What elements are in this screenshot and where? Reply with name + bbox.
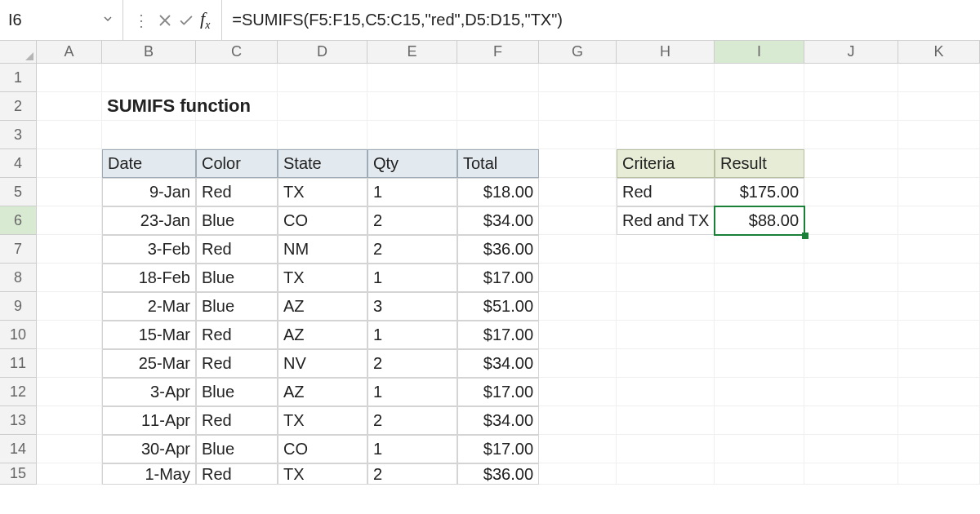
cell[interactable] xyxy=(539,264,617,292)
cell-state[interactable]: AZ xyxy=(278,378,368,406)
cell[interactable] xyxy=(898,378,980,406)
cell[interactable] xyxy=(368,92,457,121)
col-header-c[interactable]: C xyxy=(196,41,278,64)
cell[interactable] xyxy=(37,378,102,406)
cell[interactable] xyxy=(715,435,804,463)
cell-color[interactable]: Blue xyxy=(196,292,278,321)
cell[interactable] xyxy=(539,349,617,378)
cell-date[interactable]: 18-Feb xyxy=(102,264,196,292)
cell[interactable] xyxy=(539,292,617,321)
row-header[interactable]: 15 xyxy=(0,463,37,485)
cell[interactable] xyxy=(804,349,898,378)
cell[interactable] xyxy=(37,321,102,349)
col-header-g[interactable]: G xyxy=(539,41,617,64)
cell[interactable] xyxy=(457,121,539,149)
cell-date[interactable]: 30-Apr xyxy=(102,435,196,463)
cell-state[interactable]: TX xyxy=(278,406,368,435)
cell[interactable] xyxy=(196,64,278,92)
col-header-f[interactable]: F xyxy=(457,41,539,64)
row-header[interactable]: 8 xyxy=(0,264,37,292)
cell[interactable] xyxy=(715,321,804,349)
cell-qty[interactable]: 1 xyxy=(368,435,457,463)
cell[interactable] xyxy=(898,206,980,235)
cell[interactable] xyxy=(898,92,980,121)
cell[interactable] xyxy=(37,149,102,178)
cell-total[interactable]: $17.00 xyxy=(457,378,539,406)
cell-total[interactable]: $17.00 xyxy=(457,264,539,292)
cell-color[interactable]: Blue xyxy=(196,378,278,406)
cell-state[interactable]: AZ xyxy=(278,321,368,349)
cell-color[interactable]: Red xyxy=(196,406,278,435)
cell-state[interactable]: TX xyxy=(278,178,368,206)
cell[interactable] xyxy=(196,121,278,149)
row-header[interactable]: 14 xyxy=(0,435,37,463)
cell-date[interactable]: 3-Apr xyxy=(102,378,196,406)
cell[interactable] xyxy=(617,435,715,463)
cell[interactable] xyxy=(539,178,617,206)
cell-total[interactable]: $34.00 xyxy=(457,349,539,378)
table-header-color[interactable]: Color xyxy=(196,149,278,178)
table-header-total[interactable]: Total xyxy=(457,149,539,178)
cell[interactable] xyxy=(37,64,102,92)
cell[interactable] xyxy=(539,92,617,121)
cell-state[interactable]: TX xyxy=(278,264,368,292)
cell-qty[interactable]: 1 xyxy=(368,264,457,292)
cell-state[interactable]: NM xyxy=(278,235,368,264)
cell-color[interactable]: Blue xyxy=(196,435,278,463)
cell[interactable] xyxy=(898,349,980,378)
criteria-cell[interactable]: Red xyxy=(617,178,715,206)
row-header[interactable]: 13 xyxy=(0,406,37,435)
cell[interactable] xyxy=(898,292,980,321)
cell[interactable] xyxy=(715,406,804,435)
cell[interactable] xyxy=(617,92,715,121)
cell[interactable] xyxy=(804,292,898,321)
cell[interactable] xyxy=(617,64,715,92)
cell[interactable] xyxy=(804,235,898,264)
cell-total[interactable]: $51.00 xyxy=(457,292,539,321)
row-header[interactable]: 9 xyxy=(0,292,37,321)
cell[interactable] xyxy=(457,64,539,92)
cell-qty[interactable]: 1 xyxy=(368,321,457,349)
cell[interactable] xyxy=(898,121,980,149)
cell-qty[interactable]: 2 xyxy=(368,463,457,485)
cell[interactable] xyxy=(898,64,980,92)
cell[interactable] xyxy=(804,406,898,435)
cell[interactable] xyxy=(617,292,715,321)
cell-qty[interactable]: 2 xyxy=(368,406,457,435)
cell-total[interactable]: $17.00 xyxy=(457,321,539,349)
cell[interactable] xyxy=(617,121,715,149)
cell[interactable] xyxy=(804,64,898,92)
cell-date[interactable]: 23-Jan xyxy=(102,206,196,235)
col-header-i[interactable]: I xyxy=(715,41,804,64)
cell-date[interactable]: 3-Feb xyxy=(102,235,196,264)
table-header-qty[interactable]: Qty xyxy=(368,149,457,178)
cell[interactable] xyxy=(804,92,898,121)
cell[interactable] xyxy=(278,64,368,92)
cell[interactable] xyxy=(804,321,898,349)
row-header[interactable]: 1 xyxy=(0,64,37,92)
cell-total[interactable]: $34.00 xyxy=(457,406,539,435)
cell[interactable] xyxy=(37,463,102,485)
cell[interactable] xyxy=(37,206,102,235)
cell-color[interactable]: Red xyxy=(196,349,278,378)
col-header-e[interactable]: E xyxy=(368,41,457,64)
cell-color[interactable]: Red xyxy=(196,463,278,485)
cell-total[interactable]: $36.00 xyxy=(457,463,539,485)
cell[interactable] xyxy=(898,235,980,264)
cell[interactable] xyxy=(37,292,102,321)
col-header-d[interactable]: D xyxy=(278,41,368,64)
cell-state[interactable]: AZ xyxy=(278,292,368,321)
cell[interactable] xyxy=(539,321,617,349)
cell[interactable] xyxy=(804,121,898,149)
cell[interactable] xyxy=(196,92,278,121)
result-cell[interactable]: $175.00 xyxy=(715,178,804,206)
cell[interactable] xyxy=(617,235,715,264)
row-header[interactable]: 6 xyxy=(0,206,37,235)
cell[interactable] xyxy=(804,435,898,463)
cell[interactable] xyxy=(457,92,539,121)
row-header[interactable]: 12 xyxy=(0,378,37,406)
col-header-b[interactable]: B xyxy=(102,41,196,64)
col-header-j[interactable]: J xyxy=(804,41,898,64)
cell[interactable] xyxy=(37,92,102,121)
table-header-date[interactable]: Date xyxy=(102,149,196,178)
